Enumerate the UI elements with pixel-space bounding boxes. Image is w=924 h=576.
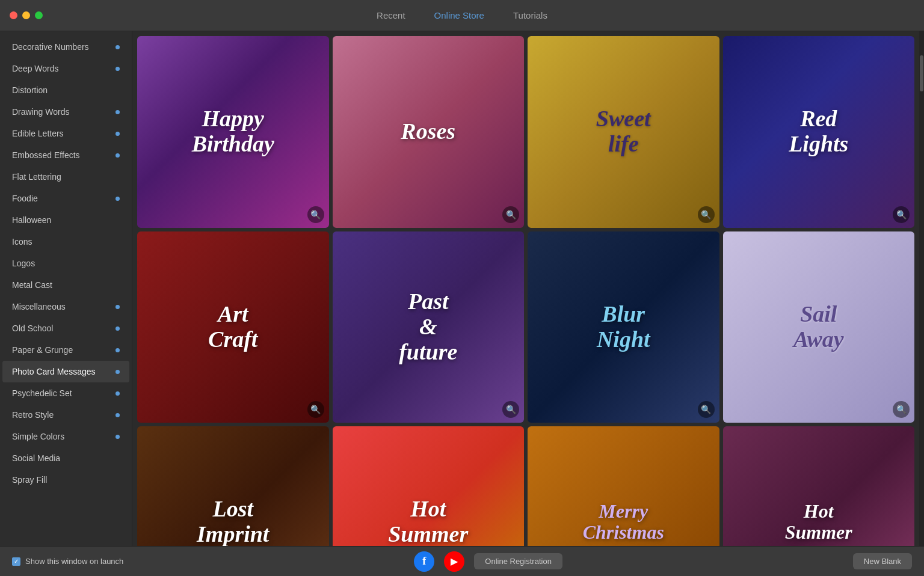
card-merry-christmas[interactable]: MerryChristmas 🔍 [528, 426, 719, 546]
sidebar-item-distortion[interactable]: Distortion [2, 79, 129, 101]
scrollbar-track[interactable] [919, 31, 924, 546]
card-sail-away[interactable]: SailAway 🔍 [723, 231, 915, 423]
new-badge [116, 197, 120, 201]
online-registration-button[interactable]: Online Registration [474, 553, 562, 569]
sidebar-item-miscellaneous[interactable]: Miscellaneous [2, 296, 129, 317]
sidebar-label: Foodie [12, 194, 38, 203]
sidebar-item-simple-colors[interactable]: Simple Colors [2, 426, 129, 447]
sidebar-label: Paper & Grunge [12, 345, 73, 355]
card-art-craft[interactable]: ArtCraft 🔍 [137, 231, 329, 423]
zoom-icon[interactable]: 🔍 [307, 206, 324, 223]
card-grid: HappyBirthday 🔍 Roses 🔍 Sweetlife 🔍 [137, 36, 914, 546]
card-title: HotSummer [785, 501, 852, 543]
sidebar-label: Embossed Effects [12, 150, 80, 160]
sidebar-item-psychedelic-set[interactable]: Psychedelic Set [2, 382, 129, 404]
sidebar-label: Psychedelic Set [12, 388, 72, 398]
card-hot-summer[interactable]: HotSummer 🔍 [333, 426, 525, 546]
card-roses[interactable]: Roses 🔍 [333, 36, 525, 228]
maximize-button[interactable] [35, 11, 43, 19]
bottombar: ✓ Show this window on launch f ▶ Online … [0, 546, 924, 576]
card-past-future[interactable]: Past&future 🔍 [333, 231, 525, 423]
sidebar-item-metal-cast[interactable]: Metal Cast [2, 274, 129, 296]
sidebar-item-old-school[interactable]: Old School [2, 317, 129, 339]
facebook-button[interactable]: f [414, 551, 434, 572]
sidebar-item-halloween[interactable]: Halloween [2, 209, 129, 231]
sidebar-item-icons[interactable]: Icons [2, 231, 129, 253]
sidebar-item-drawing-words[interactable]: Drawing Words [2, 101, 129, 123]
bottombar-right: New Blank [853, 553, 912, 569]
sidebar-item-deep-words[interactable]: Deep Words [2, 58, 129, 79]
card-sweet-life[interactable]: Sweetlife 🔍 [528, 36, 719, 228]
card-lost-imprint[interactable]: LostImprint 🔍 [137, 426, 329, 546]
sidebar-item-retro-style[interactable]: Retro Style [2, 404, 129, 426]
card-grid-area: HappyBirthday 🔍 Roses 🔍 Sweetlife 🔍 [132, 31, 919, 546]
zoom-icon[interactable]: 🔍 [698, 206, 715, 223]
bottombar-center: f ▶ Online Registration [414, 551, 562, 572]
card-text-area: HotSummer [333, 426, 525, 546]
card-title: Sweetlife [596, 106, 651, 157]
new-badge [116, 391, 120, 396]
minimize-button[interactable] [22, 11, 30, 19]
card-blur-night[interactable]: BlurNight 🔍 [528, 231, 719, 423]
card-title: BlurNight [597, 302, 650, 352]
card-text-area: HotSummer [723, 426, 915, 546]
nav-tabs: Recent Online Store Tutorials [377, 8, 547, 23]
sidebar-item-spray-fill[interactable]: Spray Fill [2, 469, 129, 491]
zoom-icon[interactable]: 🔍 [502, 206, 519, 223]
card-text-area: BlurNight [528, 231, 719, 423]
sidebar-label: Distortion [12, 85, 48, 95]
sidebar-label: Spray Fill [12, 475, 47, 485]
sidebar-label: Logos [12, 259, 35, 268]
sidebar-label: Retro Style [12, 410, 54, 420]
card-title: RedLights [789, 106, 848, 157]
sidebar-label: Edible Letters [12, 129, 64, 138]
youtube-icon: ▶ [451, 556, 458, 567]
sidebar-item-flat-lettering[interactable]: Flat Lettering [2, 166, 129, 188]
sidebar-item-social-media[interactable]: Social Media [2, 447, 129, 469]
new-badge [116, 153, 120, 158]
card-red-lights[interactable]: RedLights 🔍 [723, 36, 915, 228]
new-badge [116, 45, 120, 49]
card-happy-birthday[interactable]: HappyBirthday 🔍 [137, 36, 329, 228]
sidebar-item-logos[interactable]: Logos [2, 253, 129, 274]
card-text-area: Sweetlife [528, 36, 719, 228]
card-title: HappyBirthday [192, 106, 274, 157]
tab-recent[interactable]: Recent [377, 8, 405, 23]
window-controls [10, 11, 43, 19]
zoom-icon[interactable]: 🔍 [893, 401, 910, 418]
scrollbar-thumb[interactable] [920, 55, 923, 91]
new-badge [116, 413, 120, 417]
sidebar-item-photo-card-messages[interactable]: Photo Card Messages [2, 361, 129, 382]
main-content: Decorative Numbers Deep Words Distortion… [0, 31, 924, 546]
sidebar-label: Old School [12, 323, 53, 333]
sidebar-item-paper-grunge[interactable]: Paper & Grunge [2, 339, 129, 361]
sidebar: Decorative Numbers Deep Words Distortion… [0, 31, 132, 546]
sidebar-item-edible-letters[interactable]: Edible Letters [2, 123, 129, 144]
card-text-area: ArtCraft [137, 231, 329, 423]
youtube-button[interactable]: ▶ [444, 551, 464, 572]
show-on-launch-checkbox[interactable]: ✓ [12, 557, 20, 566]
new-badge [116, 348, 120, 352]
sidebar-label: Halloween [12, 215, 51, 225]
tab-tutorials[interactable]: Tutorials [513, 8, 547, 23]
new-blank-button[interactable]: New Blank [853, 553, 912, 569]
card-text-area: HappyBirthday [137, 36, 329, 228]
sidebar-label: Flat Lettering [12, 172, 61, 182]
sidebar-item-foodie[interactable]: Foodie [2, 188, 129, 209]
card-text-area: Roses [333, 36, 525, 228]
close-button[interactable] [10, 11, 17, 19]
card-title: Roses [401, 119, 455, 144]
zoom-icon[interactable]: 🔍 [893, 206, 910, 223]
sidebar-label: Icons [12, 237, 32, 247]
card-title: Past&future [399, 289, 457, 364]
zoom-icon[interactable]: 🔍 [502, 401, 519, 418]
sidebar-item-decorative-numbers[interactable]: Decorative Numbers [2, 36, 129, 58]
card-text-area: RedLights [723, 36, 915, 228]
sidebar-item-embossed-effects[interactable]: Embossed Effects [2, 144, 129, 166]
titlebar: Recent Online Store Tutorials [0, 0, 924, 31]
card-hot-summer-2[interactable]: HotSummer 🔍 [723, 426, 915, 546]
zoom-icon[interactable]: 🔍 [307, 401, 324, 418]
tab-online-store[interactable]: Online Store [434, 8, 484, 23]
zoom-icon[interactable]: 🔍 [698, 401, 715, 418]
new-badge [116, 435, 120, 439]
